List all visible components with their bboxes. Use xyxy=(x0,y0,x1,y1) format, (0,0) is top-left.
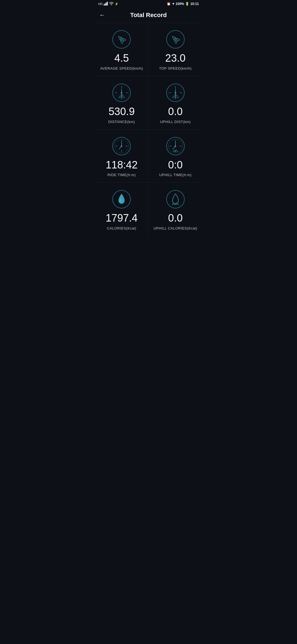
status-right: ⏰ ✦ 100% 🔋 10:11 xyxy=(167,2,199,6)
back-button[interactable]: ← xyxy=(99,12,105,19)
svg-marker-25 xyxy=(175,94,176,96)
alarm-icon: ⏰ xyxy=(167,2,171,6)
uphill-dist-value: 0.0 xyxy=(168,106,183,118)
ride-time-value: 118:42 xyxy=(106,159,138,171)
uphill-time-label: UPHILL TIME(h:m) xyxy=(159,173,192,177)
svg-point-8 xyxy=(174,38,176,40)
uphill-dist-label: UPHILL DIST(km) xyxy=(160,120,191,124)
signal-icon xyxy=(104,2,108,6)
ride-time-cell: 118:42 RIDE TIME(h:m) xyxy=(95,130,148,183)
uphill-time-value: 0:0 xyxy=(168,159,183,171)
svg-rect-3 xyxy=(107,2,108,6)
header: ← Total Record xyxy=(95,8,202,23)
uphill-calories-value: 0.0 xyxy=(168,212,183,224)
bottom-space xyxy=(95,236,202,346)
bluetooth-icon: ✦ xyxy=(172,2,175,6)
svg-point-5 xyxy=(113,31,131,48)
time-display: 10:11 xyxy=(190,2,199,6)
svg-point-26 xyxy=(175,92,176,93)
distance-label: DISTANCE(km) xyxy=(108,120,135,124)
avg-speed-cell: 4.5 AVERAGE SPEED(km/h) xyxy=(95,23,148,76)
compass-uphill-icon xyxy=(166,83,185,103)
top-speed-label: TOP SPEED(km/h) xyxy=(159,66,192,70)
status-left: HD ⚡ xyxy=(98,2,119,6)
calories-label: CALORIES(Kcal) xyxy=(107,226,136,230)
svg-point-4 xyxy=(111,5,112,5)
svg-point-7 xyxy=(166,31,184,48)
uphill-calories-cell: 0.0 UPHILL CALORIES(Kcal) xyxy=(149,183,202,236)
page-title: Total Record xyxy=(110,12,187,19)
svg-point-44 xyxy=(175,145,176,147)
battery-icon: 🔋 xyxy=(185,2,189,6)
calories-cell: 1797.4 CALORIES(Kcal) xyxy=(95,183,148,236)
top-speed-value: 23.0 xyxy=(165,53,186,64)
svg-point-6 xyxy=(120,38,122,40)
status-bar: HD ⚡ ⏰ ✦ 100% 🔋 10:11 xyxy=(95,0,202,8)
rocket-top-icon xyxy=(166,29,185,49)
stats-grid: 4.5 AVERAGE SPEED(km/h) 23.0 TOP SPEED(k… xyxy=(95,23,202,236)
wifi-icon xyxy=(109,2,114,6)
avg-speed-label: AVERAGE SPEED(km/h) xyxy=(100,66,143,70)
rocket-icon xyxy=(112,29,131,49)
compass-distance-icon xyxy=(112,83,131,103)
network-indicator: HD xyxy=(98,2,103,6)
svg-point-47 xyxy=(166,190,184,208)
top-speed-cell: 23.0 TOP SPEED(km/h) xyxy=(149,23,202,76)
calories-value: 1797.4 xyxy=(106,212,138,224)
ride-time-label: RIDE TIME(h:m) xyxy=(108,173,136,177)
uphill-time-cell: 0:0 UPHILL TIME(h:m) xyxy=(149,130,202,183)
distance-value: 530.9 xyxy=(109,106,135,118)
svg-marker-16 xyxy=(121,94,122,96)
usb-icon: ⚡ xyxy=(115,2,119,6)
uphill-calories-label: UPHILL CALORIES(Kcal) xyxy=(153,226,197,230)
avg-speed-value: 4.5 xyxy=(114,53,129,64)
battery-percent: 100% xyxy=(176,2,184,6)
svg-point-17 xyxy=(121,92,122,93)
distance-cell: 530.9 DISTANCE(km) xyxy=(95,76,148,129)
drop-calories-icon xyxy=(112,189,131,209)
svg-point-35 xyxy=(121,145,122,147)
svg-rect-2 xyxy=(106,2,107,6)
svg-rect-1 xyxy=(105,3,106,6)
uphill-dist-cell: 0.0 UPHILL DIST(km) xyxy=(149,76,202,129)
clock-ride-icon xyxy=(112,136,131,156)
svg-point-46 xyxy=(120,199,122,202)
drop-uphill-icon xyxy=(166,189,185,209)
svg-rect-0 xyxy=(104,4,105,6)
clock-uphill-icon xyxy=(166,136,185,156)
